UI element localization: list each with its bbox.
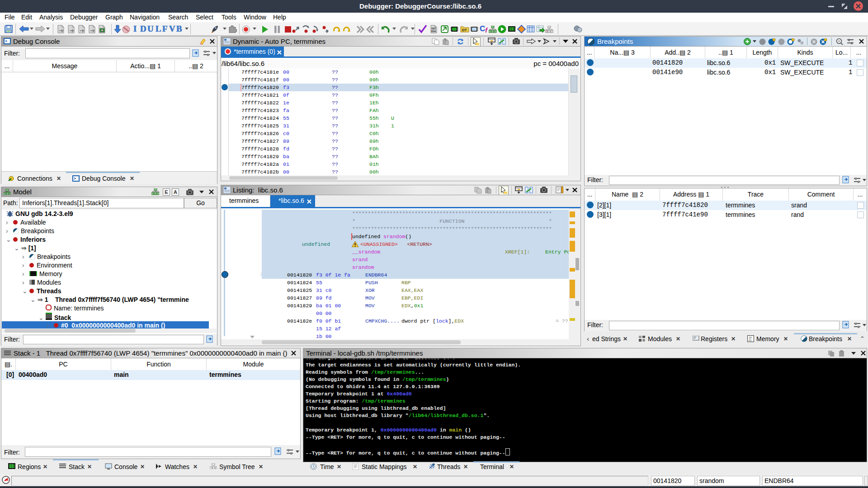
svg-text:DT: DT: [462, 28, 467, 32]
svg-text:01: 01: [749, 339, 752, 342]
svg-text:010: 010: [431, 30, 436, 33]
